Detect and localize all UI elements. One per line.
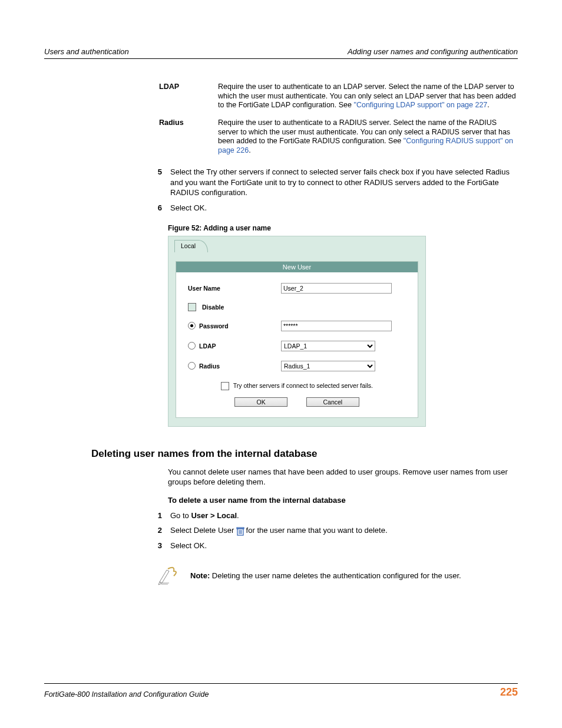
- trash-icon: [236, 526, 244, 536]
- label-try-other: Try other servers if connect to selected…: [233, 382, 373, 389]
- menu-path: User > Local: [191, 511, 237, 520]
- input-password[interactable]: [281, 321, 392, 331]
- step-number: 6: [144, 203, 162, 213]
- cancel-button[interactable]: Cancel: [306, 397, 359, 407]
- step-1: 1 Go to User > Local.: [144, 510, 518, 521]
- select-ldap[interactable]: LDAP_1: [281, 341, 375, 351]
- section-heading: Deleting user names from the internal da…: [91, 448, 518, 460]
- label-password: Password: [199, 322, 229, 330]
- def-desc: Require the user to authenticate to a RA…: [218, 118, 518, 156]
- header-left: Users and authentication: [44, 47, 129, 56]
- text: Go to: [170, 511, 191, 520]
- def-desc: Require the user to authenticate to an L…: [218, 83, 518, 110]
- page-number: 225: [500, 686, 518, 699]
- page-footer: FortiGate-800 Installation and Configura…: [44, 683, 518, 699]
- step-number: 3: [144, 541, 162, 551]
- step-5: 5 Select the Try other servers if connec…: [144, 167, 518, 198]
- row-password: Password: [188, 321, 406, 331]
- label-username: User Name: [188, 285, 220, 292]
- checkbox-disable[interactable]: [188, 303, 196, 311]
- footer-title: FortiGate-800 Installation and Configura…: [44, 690, 209, 699]
- def-row-radius: Radius Require the user to authenticate …: [159, 118, 518, 156]
- text: .: [249, 146, 250, 154]
- def-row-ldap: LDAP Require the user to authenticate to…: [159, 83, 518, 110]
- note-block: Note: Deleting the user name deletes the…: [156, 565, 518, 587]
- step-2: 2 Select Delete User for the user name t…: [144, 525, 518, 536]
- note-label: Note:: [190, 571, 210, 580]
- label-disable: Disable: [202, 304, 224, 311]
- figure-screenshot: Local New User User Name Disable: [168, 236, 426, 427]
- row-ldap: LDAP LDAP_1: [188, 341, 406, 351]
- text: Select Delete User: [170, 526, 236, 535]
- step-text: Select Delete User for the user name tha…: [170, 525, 518, 536]
- header-right: Adding user names and configuring authen…: [348, 47, 518, 56]
- note-text: Note: Deleting the user name deletes the…: [190, 571, 461, 580]
- checkbox-try-other[interactable]: [221, 382, 229, 390]
- select-radius[interactable]: Radius_1: [281, 361, 375, 371]
- definitions-table: LDAP Require the user to authenticate to…: [159, 83, 518, 155]
- step-number: 1: [144, 510, 162, 521]
- step-text: Go to User > Local.: [170, 510, 518, 521]
- tab-strip: Local: [174, 240, 425, 256]
- row-try-other: Try other servers if connect to selected…: [188, 382, 406, 390]
- section-paragraph: You cannot delete user names that have b…: [168, 467, 518, 487]
- ok-button[interactable]: OK: [234, 397, 287, 407]
- figure-caption: Figure 52: Adding a user name: [168, 224, 518, 232]
- def-term: Radius: [159, 118, 218, 156]
- radio-ldap[interactable]: [188, 342, 196, 350]
- def-term: LDAP: [159, 83, 218, 110]
- radio-password[interactable]: [188, 322, 196, 330]
- sub-heading: To delete a user name from the internal …: [168, 496, 518, 505]
- text: .: [237, 511, 239, 520]
- note-body: Deleting the user name deletes the authe…: [210, 571, 461, 580]
- page-header: Users and authentication Adding user nam…: [44, 47, 518, 59]
- link-ldap-config[interactable]: "Configuring LDAP support" on page 227: [353, 101, 487, 109]
- radio-radius[interactable]: [188, 362, 196, 370]
- row-radius: Radius Radius_1: [188, 361, 406, 371]
- text: for the user name that you want to delet…: [244, 526, 388, 535]
- tab-local[interactable]: Local: [174, 240, 208, 252]
- label-ldap: LDAP: [199, 342, 216, 350]
- step-3: 3 Select OK.: [144, 541, 518, 551]
- svg-rect-1: [237, 528, 244, 529]
- step-text: Select the Try other servers if connect …: [170, 167, 518, 198]
- card-title: New User: [176, 262, 418, 272]
- step-text: Select OK.: [170, 541, 518, 551]
- row-disable: Disable: [188, 303, 406, 311]
- row-username: User Name: [188, 283, 406, 294]
- step-number: 5: [144, 167, 162, 198]
- step-text: Select OK.: [170, 203, 518, 213]
- text: .: [487, 101, 489, 109]
- note-icon: [156, 565, 180, 587]
- new-user-card: New User User Name Disable Password: [176, 261, 418, 418]
- step-6: 6 Select OK.: [144, 203, 518, 213]
- label-radius: Radius: [199, 363, 220, 370]
- input-username[interactable]: [281, 283, 392, 294]
- step-number: 2: [144, 525, 162, 536]
